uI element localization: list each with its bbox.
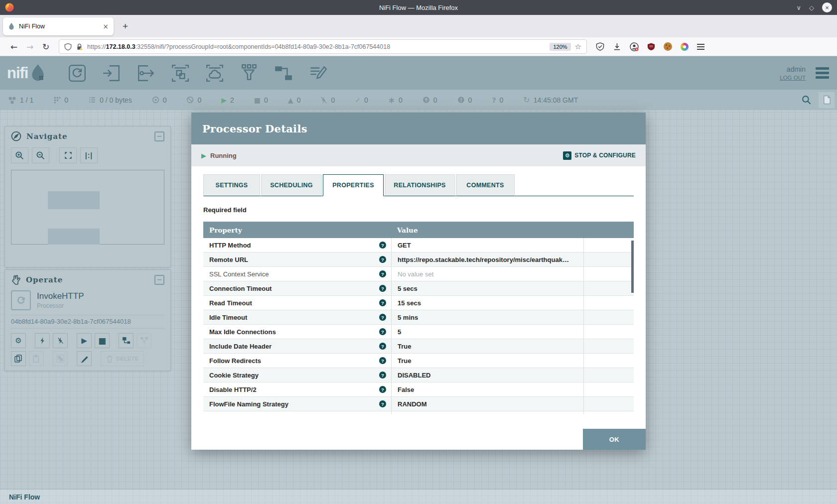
color-button[interactable] xyxy=(77,351,92,366)
lock-warning-icon[interactable] xyxy=(76,43,83,51)
save-template-button[interactable] xyxy=(119,333,134,348)
stop-and-configure-button[interactable]: ⚙ STOP & CONFIGURE xyxy=(563,151,636,160)
help-icon[interactable]: ? xyxy=(379,270,386,277)
navigate-collapse-button[interactable]: − xyxy=(154,131,164,141)
new-tab-button[interactable]: + xyxy=(118,21,133,32)
minimap-component xyxy=(48,191,100,209)
zoom-in-button[interactable] xyxy=(11,147,28,163)
enable-button[interactable] xyxy=(35,333,50,348)
operate-collapse-button[interactable]: − xyxy=(154,275,164,285)
stop-button[interactable]: ■ xyxy=(95,333,110,348)
threads-count: 0 xyxy=(64,96,68,104)
pocket-shield-icon[interactable] xyxy=(596,42,604,51)
required-field-note: Required field xyxy=(203,206,634,214)
ublock-icon[interactable] xyxy=(647,42,655,51)
bookmark-star-icon[interactable]: ☆ xyxy=(575,42,581,51)
url-text[interactable]: https://172.18.0.3:32558/nifi/?processGr… xyxy=(87,43,546,50)
tab-properties[interactable]: PROPERTIES xyxy=(323,174,384,196)
current-user: admin xyxy=(780,65,806,73)
processor-badge-icon xyxy=(11,290,31,310)
paste-button[interactable] xyxy=(29,351,44,366)
global-menu-icon[interactable] xyxy=(816,67,829,79)
help-icon[interactable]: ? xyxy=(379,357,386,364)
help-icon[interactable]: ? xyxy=(379,299,386,306)
disable-button[interactable] xyxy=(53,333,68,348)
cookie-icon[interactable] xyxy=(664,42,672,51)
delete-button[interactable]: DELETE xyxy=(101,351,144,366)
output-port-icon[interactable] xyxy=(136,63,156,83)
navigate-title: Navigate xyxy=(26,132,68,141)
maximize-icon[interactable]: ◇ xyxy=(809,4,814,11)
sync-failure-icon: ? xyxy=(492,96,496,104)
zoom-fit-button[interactable] xyxy=(59,147,77,163)
configure-button[interactable]: ⚙ xyxy=(11,333,26,348)
menu-hamburger-icon[interactable] xyxy=(697,44,704,50)
tab-title: NiFi Flow xyxy=(19,23,99,30)
help-icon[interactable]: ? xyxy=(379,285,386,292)
template-icon[interactable] xyxy=(274,63,293,83)
tab-relationships[interactable]: RELATIONSHIPS xyxy=(385,174,455,196)
properties-table: Property Value HTTP Method? GET Remote U… xyxy=(203,222,634,414)
tab-settings[interactable]: SETTINGS xyxy=(203,174,260,196)
tab-close-icon[interactable]: × xyxy=(103,22,109,30)
tracking-shield-icon[interactable] xyxy=(64,43,72,51)
help-icon[interactable]: ? xyxy=(379,372,386,378)
process-group-icon[interactable] xyxy=(170,63,190,83)
help-icon[interactable]: ? xyxy=(379,314,386,321)
invalid-icon: ▲ xyxy=(288,96,293,104)
reload-button[interactable]: ↻ xyxy=(38,42,54,52)
help-icon[interactable]: ? xyxy=(379,386,386,393)
transmitting-icon xyxy=(152,96,159,104)
processor-details-dialog: Processor Details ▶ Running ⚙ STOP & CON… xyxy=(191,113,646,450)
not-transmitting-icon xyxy=(186,96,194,104)
account-icon[interactable] xyxy=(630,42,639,51)
search-icon[interactable] xyxy=(801,95,812,105)
processor-icon[interactable] xyxy=(67,63,87,83)
refresh-icon[interactable]: ↻ xyxy=(523,95,530,105)
upload-template-button[interactable] xyxy=(137,333,151,348)
help-icon[interactable]: ? xyxy=(379,343,386,350)
zoom-out-button[interactable] xyxy=(32,147,49,163)
help-icon[interactable]: ? xyxy=(379,242,386,249)
downloads-icon[interactable] xyxy=(613,42,621,51)
forward-button[interactable]: → xyxy=(22,42,38,52)
input-port-icon[interactable] xyxy=(102,63,122,83)
url-bar[interactable]: https://172.18.0.3:32558/nifi/?processGr… xyxy=(59,39,587,54)
close-window-icon[interactable]: × xyxy=(822,2,832,12)
disabled-icon xyxy=(320,96,327,104)
tab-nifi-flow[interactable]: NiFi Flow × xyxy=(3,17,114,35)
help-icon[interactable]: ? xyxy=(379,328,386,335)
copy-button[interactable] xyxy=(11,351,26,366)
label-icon[interactable] xyxy=(308,63,328,83)
table-scrollbar[interactable] xyxy=(631,241,634,293)
zoom-level-badge[interactable]: 120% xyxy=(550,43,570,51)
remote-process-group-icon[interactable] xyxy=(205,63,225,83)
back-button[interactable]: ← xyxy=(6,42,22,52)
ok-button[interactable]: OK xyxy=(583,429,646,450)
breadcrumb-bar: NiFi Flow xyxy=(0,489,837,504)
zoom-actual-button[interactable]: |:| xyxy=(80,147,98,163)
disabled-count: 0 xyxy=(331,96,335,104)
extension-pinwheel-icon[interactable] xyxy=(681,43,689,51)
up-to-date-icon: ✓ xyxy=(355,96,361,104)
birdseye-minimap[interactable] xyxy=(11,170,164,245)
not-transmitting-count: 0 xyxy=(197,96,201,104)
breadcrumb[interactable]: NiFi Flow xyxy=(9,493,40,501)
group-button[interactable] xyxy=(53,351,68,366)
hand-icon xyxy=(11,274,21,285)
logout-link[interactable]: LOG OUT xyxy=(780,75,806,81)
up-to-date-count: 0 xyxy=(364,96,368,104)
start-button[interactable]: ▶ xyxy=(77,333,92,348)
tab-comments[interactable]: COMMENTS xyxy=(456,174,515,196)
tab-scheduling[interactable]: SCHEDULING xyxy=(261,174,322,196)
locally-modified-stale-icon xyxy=(457,96,465,104)
table-row: Read Timeout? 15 secs xyxy=(203,296,634,310)
funnel-icon[interactable] xyxy=(239,63,259,83)
tab-bar: NiFi Flow × + xyxy=(0,15,837,37)
compass-icon xyxy=(11,131,21,141)
minimize-icon[interactable]: ∨ xyxy=(796,4,801,11)
help-icon[interactable]: ? xyxy=(379,400,386,407)
threads-icon xyxy=(53,96,61,104)
help-icon[interactable]: ? xyxy=(379,256,386,263)
birdseye-toggle-button[interactable] xyxy=(819,92,835,108)
